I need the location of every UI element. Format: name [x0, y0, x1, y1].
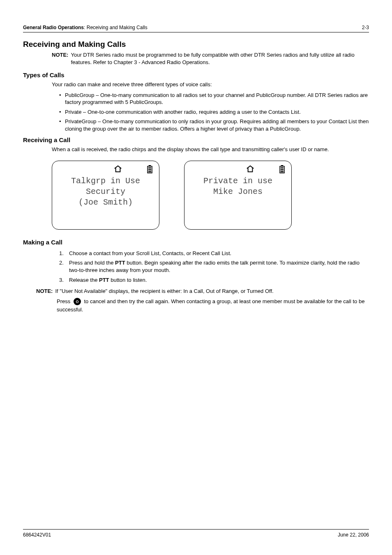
step-text: Choose a contact from your Scroll List, …	[69, 250, 231, 256]
home-icon	[113, 165, 122, 174]
types-of-calls-heading: Types of Calls	[23, 71, 369, 78]
svg-rect-4	[148, 171, 151, 172]
list-item: PrivateGroup – One-to-many communication…	[59, 118, 369, 132]
step-text: Press and hold the	[69, 260, 115, 266]
page-footer: 6864242V01 June 22, 2006	[23, 529, 369, 538]
header-section-bold: General Radio Operations	[23, 25, 84, 30]
note-bottom-continuation: Press to cancel and then try the call ag…	[57, 297, 369, 315]
svg-rect-2	[148, 167, 151, 168]
step-number: 3.	[59, 276, 64, 284]
types-of-calls-intro: Your radio can make and receive three di…	[52, 81, 369, 88]
step-bold: PTT	[99, 277, 109, 283]
list-item: 2. Press and hold the PTT button. Begin …	[59, 259, 369, 274]
note-body: Your DTR Series radio must be programmed…	[71, 51, 369, 66]
note-top: NOTE: Your DTR Series radio must be prog…	[52, 51, 369, 66]
screen-line: Security	[86, 187, 125, 197]
battery-icon	[147, 165, 152, 175]
step-bold: PTT	[115, 260, 125, 266]
list-item: Private – One-to-one communication with …	[59, 108, 369, 116]
note-text: to cancel and then try the call again. W…	[57, 298, 364, 313]
note-label: NOTE:	[36, 288, 53, 295]
step-number: 2.	[59, 259, 64, 267]
footer-left: 6864242V01	[23, 532, 51, 538]
list-item: 1. Choose a contact from your Scroll Lis…	[59, 250, 369, 257]
header-page-number: 2-3	[362, 25, 369, 30]
svg-rect-9	[281, 171, 284, 172]
note-bottom: NOTE: If "User Not Available" displays, …	[36, 288, 369, 295]
step-number: 1.	[59, 250, 64, 257]
note-label: NOTE:	[52, 51, 68, 66]
screen-talkgroup: Talkgrp in Use Security (Joe Smith)	[52, 161, 159, 230]
screen-line: Talkgrp in Use	[71, 176, 140, 187]
header-section-rest: : Receiving and Making Calls	[84, 25, 148, 30]
footer-right: June 22, 2006	[338, 532, 369, 538]
note-body-line1: If "User Not Available" displays, the re…	[55, 288, 273, 295]
types-of-calls-list: PublicGroup – One-to-many communication …	[59, 92, 369, 133]
note-text: Press	[57, 298, 72, 304]
screen-examples: Talkgrp in Use Security (Joe Smith) Priv…	[52, 161, 369, 230]
svg-rect-7	[281, 167, 284, 168]
svg-rect-3	[148, 169, 151, 170]
screen-line: Private in use	[203, 176, 272, 187]
home-icon	[246, 165, 255, 174]
header-left: General Radio Operations: Receiving and …	[23, 25, 148, 30]
receiving-call-heading: Receiving a Call	[23, 136, 369, 143]
step-text: Release the	[69, 277, 99, 283]
making-call-steps: 1. Choose a contact from your Scroll Lis…	[59, 250, 369, 283]
screen-private: Private in use Mike Jones	[184, 161, 292, 230]
screen-line: (Joe Smith)	[78, 197, 133, 208]
page-title: Receiving and Making Calls	[23, 40, 369, 49]
page-header: General Radio Operations: Receiving and …	[23, 25, 369, 32]
screen-line: Mike Jones	[213, 187, 263, 197]
home-button-icon	[74, 298, 81, 305]
receiving-call-body: When a call is received, the radio chirp…	[52, 146, 369, 153]
step-text: button to listen.	[109, 277, 147, 283]
making-call-heading: Making a Call	[23, 239, 369, 246]
battery-icon	[279, 165, 285, 175]
svg-rect-8	[281, 169, 284, 170]
list-item: 3. Release the PTT button to listen.	[59, 276, 369, 284]
list-item: PublicGroup – One-to-many communication …	[59, 92, 369, 106]
